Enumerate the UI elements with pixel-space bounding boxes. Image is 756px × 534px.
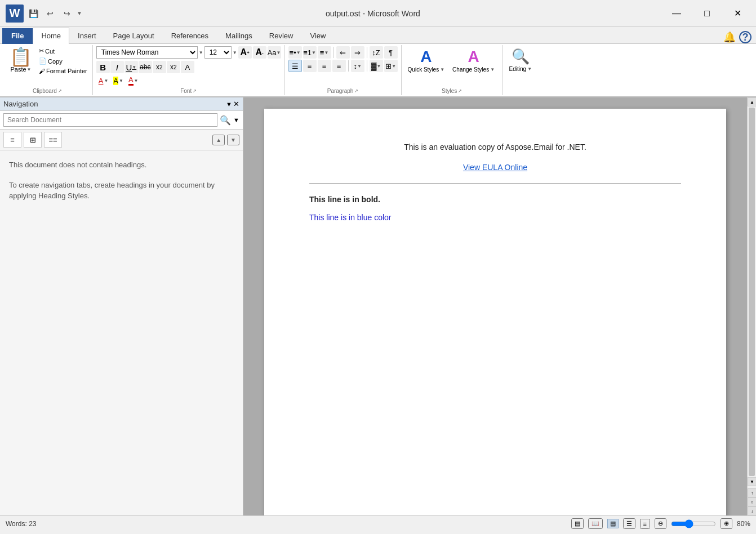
tab-mailings[interactable]: Mailings (217, 28, 261, 44)
change-case-button[interactable]: Aa▼ (268, 46, 281, 59)
tab-page-layout[interactable]: Page Layout (105, 28, 163, 44)
paste-button[interactable]: 📋 Paste ▼ (6, 46, 36, 74)
nav-close-button[interactable]: ✕ (233, 100, 239, 108)
nav-tabs: ≡ ⊞ ≡≡ ▲ ▼ (0, 130, 243, 150)
bold-button[interactable]: B (96, 61, 110, 73)
close-button[interactable]: ✕ (724, 5, 750, 22)
multilevel-button[interactable]: ≡▼ (318, 46, 331, 59)
paragraph-expand-icon[interactable]: ↗ (354, 88, 358, 94)
numbering-button[interactable]: ≡1▼ (303, 46, 317, 59)
cloud-icon[interactable]: 🔔 (723, 31, 736, 43)
document-area[interactable]: This is an evaluation copy of Aspose.Ema… (243, 97, 747, 515)
status-bar: Words: 23 ▤ 📖 ▤ ☰ ≡ ⊖ ⊕ 80% (0, 515, 756, 531)
bullets-button[interactable]: ≡•▼ (288, 46, 302, 59)
indent-increase-button[interactable]: ⇒ (351, 46, 364, 59)
tab-references[interactable]: References (163, 28, 217, 44)
change-styles-dropdown[interactable]: ▼ (490, 67, 495, 72)
font-size-select[interactable]: 12 (204, 46, 232, 59)
align-center-button[interactable]: ≡ (303, 60, 317, 72)
quick-styles-dropdown[interactable]: ▼ (440, 67, 444, 72)
save-button[interactable]: 💾 (26, 6, 41, 21)
tab-file[interactable]: File (2, 28, 33, 44)
zoom-in-button[interactable]: ⊕ (721, 518, 732, 529)
tab-insert[interactable]: Insert (69, 28, 105, 44)
scroll-top-button[interactable]: ↑ (748, 488, 756, 497)
zoom-level: 80% (737, 520, 750, 528)
undo-button[interactable]: ↩ (43, 6, 57, 21)
tab-review[interactable]: Review (261, 28, 302, 44)
web-layout-button[interactable]: ▤ (607, 519, 619, 528)
superscript-button[interactable]: x2 (167, 61, 180, 73)
ribbon: 📋 Paste ▼ ✂ Cut 📄 Copy 🖌 Format Painter (0, 44, 756, 97)
font-expand-icon[interactable]: ↗ (193, 88, 197, 94)
justify-button[interactable]: ≡ (332, 60, 346, 72)
scroll-bottom-button[interactable]: ↓ (748, 506, 756, 515)
align-left-button[interactable]: ☰ (288, 60, 302, 72)
scroll-up-button[interactable]: ▲ (748, 97, 756, 106)
zoom-slider[interactable] (671, 519, 716, 528)
editing-dropdown[interactable]: ▼ (527, 66, 532, 72)
zoom-out-button[interactable]: ⊖ (655, 518, 666, 529)
help-icon[interactable]: ? (739, 31, 751, 43)
subscript-button[interactable]: x2 (153, 61, 166, 73)
line-spacing-button[interactable]: ↕▼ (351, 60, 364, 72)
quick-styles-button[interactable]: A Quick Styles ▼ (405, 46, 448, 74)
print-layout-button[interactable]: ▤ (571, 518, 584, 529)
full-reading-button[interactable]: 📖 (588, 518, 603, 529)
nav-search-dropdown[interactable]: ▼ (233, 117, 239, 123)
underline-button[interactable]: U▼ (124, 61, 138, 73)
borders-button[interactable]: ⊞▼ (384, 60, 398, 72)
nav-next-button[interactable]: ▼ (227, 135, 239, 145)
nav-search-input[interactable] (3, 113, 217, 127)
editing-button[interactable]: 🔍 Editing ▼ (506, 46, 535, 74)
copy-button[interactable]: 📄 Copy (37, 56, 89, 66)
nav-tab-pages[interactable]: ⊞ (24, 132, 42, 148)
draft-button[interactable]: ≡ (640, 519, 650, 529)
scroll-middle-button[interactable]: ○ (748, 497, 756, 506)
nav-search-button[interactable]: 🔍 (220, 115, 231, 126)
maximize-button[interactable]: □ (694, 5, 720, 22)
copy-label: Copy (48, 58, 63, 65)
font-color-button[interactable]: A ▼ (126, 74, 141, 87)
eula-link-container: View EULA Online (309, 163, 681, 172)
indent-decrease-button[interactable]: ⇐ (336, 46, 350, 59)
cut-button[interactable]: ✂ Cut (37, 46, 89, 56)
nav-dropdown-button[interactable]: ▼ (226, 100, 232, 108)
clear-format-button[interactable]: A (181, 61, 194, 73)
nav-tab-headings[interactable]: ≡ (3, 132, 21, 148)
scroll-down-button[interactable]: ▼ (748, 477, 756, 486)
font-name-select[interactable]: Times New Roman (96, 46, 198, 59)
para-row2: ☰ ≡ ≡ ≡ ↕▼ ▓▼ ⊞▼ (288, 60, 398, 72)
show-para-button[interactable]: ¶ (384, 46, 398, 59)
minimize-button[interactable]: — (664, 5, 690, 22)
tab-view[interactable]: View (301, 28, 334, 44)
nav-header-buttons: ▼ ✕ (226, 100, 239, 108)
clipboard-expand-icon[interactable]: ↗ (58, 88, 62, 94)
styles-expand-icon[interactable]: ↗ (458, 88, 462, 94)
scroll-thumb[interactable] (749, 108, 755, 476)
tab-home[interactable]: Home (33, 28, 69, 44)
eula-link[interactable]: View EULA Online (463, 163, 527, 172)
font-group: Times New Roman ▼ 12 ▼ A+ A- Aa▼ B I U▼ … (93, 45, 285, 95)
nav-prev-button[interactable]: ▲ (212, 135, 225, 145)
grow-font-button[interactable]: A+ (238, 46, 252, 59)
format-painter-label: Format Painter (46, 68, 87, 74)
outline-button[interactable]: ☰ (623, 518, 635, 529)
align-right-button[interactable]: ≡ (318, 60, 331, 72)
highlight-color-button[interactable]: A ▼ (111, 75, 126, 86)
change-styles-label: Change Styles (452, 66, 489, 73)
title-bar-left: W 💾 ↩ ↪ ▼ (6, 5, 82, 23)
italic-button[interactable]: I (110, 61, 124, 73)
nav-tab-results[interactable]: ≡≡ (44, 132, 62, 148)
font-name-dropdown-icon[interactable]: ▼ (199, 50, 203, 55)
shading-button[interactable]: ▓▼ (370, 60, 383, 72)
text-color-button[interactable]: A ▼ (96, 75, 111, 86)
redo-button[interactable]: ↪ (60, 6, 74, 21)
paste-dropdown-icon[interactable]: ▼ (27, 67, 32, 72)
format-painter-button[interactable]: 🖌 Format Painter (37, 66, 89, 75)
shrink-font-button[interactable]: A- (253, 46, 266, 59)
strikethrough-button[interactable]: abc (139, 61, 152, 73)
sort-button[interactable]: ↕Z (370, 46, 383, 59)
font-size-dropdown-icon[interactable]: ▼ (233, 50, 237, 55)
change-styles-button[interactable]: A Change Styles ▼ (450, 46, 497, 74)
